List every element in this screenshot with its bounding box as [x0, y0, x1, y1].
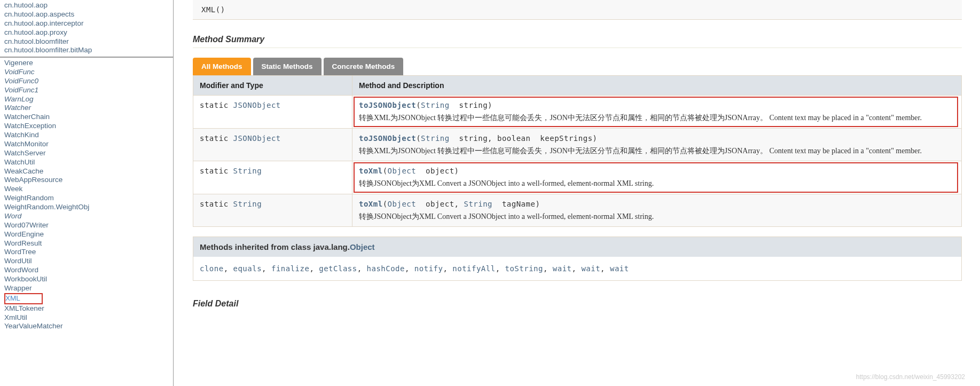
method-cell: toJSONObject(String string)转换XML为JSONObj… [352, 96, 962, 129]
class-link[interactable]: WeakCache [4, 167, 169, 176]
method-tabs: All Methods Static Methods Concrete Meth… [193, 58, 962, 75]
method-name-link[interactable]: toXml [359, 200, 383, 208]
table-row: static JSONObjecttoJSONObject(String str… [193, 96, 962, 129]
field-detail-heading: Field Detail [193, 299, 962, 309]
inherited-method-link[interactable]: getClass [319, 264, 357, 273]
modifier-cell: static JSONObject [193, 96, 352, 129]
class-link[interactable]: WordTree [4, 248, 169, 257]
class-link[interactable]: YearValueMatcher [4, 322, 169, 331]
inherited-object-link[interactable]: Object [350, 242, 375, 251]
inherited-method-link[interactable]: equals [233, 264, 262, 273]
table-row: static StringtoXml(Object object)转换JSONO… [193, 161, 962, 194]
inherited-method-link[interactable]: notifyAll [452, 264, 495, 273]
inherited-methods-box: Methods inherited from class java.lang.O… [193, 237, 962, 281]
method-signature: toXml(Object object) [359, 167, 459, 175]
class-link[interactable]: WordResult [4, 239, 169, 248]
class-link[interactable]: WorkbookUtil [4, 275, 169, 284]
method-cell: toXml(Object object, String tagName)转换JS… [352, 194, 962, 227]
constructor-block: XML() [193, 0, 962, 20]
class-link[interactable]: WordUtil [4, 257, 169, 266]
tab-static-methods[interactable]: Static Methods [253, 58, 322, 75]
class-link[interactable]: XmlUtil [4, 313, 169, 322]
inherited-methods-list: clone, equals, finalize, getClass, hashC… [193, 257, 961, 280]
method-signature: toJSONObject(String string) [359, 101, 492, 109]
package-link[interactable]: cn.hutool.aop [4, 1, 169, 10]
method-signature: toJSONObject(String string, boolean keep… [359, 134, 598, 143]
constructor-signature: XML() [201, 5, 225, 14]
return-type-link[interactable]: String [233, 167, 262, 175]
left-frames: cn.hutool.aopcn.hutool.aop.aspectscn.hut… [0, 0, 174, 386]
class-link[interactable]: WebAppResource [4, 176, 169, 185]
modifier-cell: static String [193, 194, 352, 227]
class-link[interactable]: VoidFunc1 [4, 86, 169, 95]
package-link[interactable]: cn.hutool.bloomfilter.bitMap [4, 46, 169, 55]
return-type-link[interactable]: JSONObject [233, 134, 281, 143]
watermark-text: https://blog.csdn.net/weixin_45993202 [856, 373, 965, 381]
class-link[interactable]: WatchException [4, 122, 169, 131]
method-name-link[interactable]: toJSONObject [359, 134, 416, 143]
inherited-method-link[interactable]: toString [505, 264, 543, 273]
return-type-link[interactable]: JSONObject [233, 101, 281, 109]
class-link[interactable]: WordWord [4, 266, 169, 275]
param-type-link[interactable]: String [421, 134, 450, 143]
class-link[interactable]: Wrapper [4, 284, 169, 293]
param-type-link[interactable]: Object [388, 200, 417, 208]
package-link[interactable]: cn.hutool.aop.aspects [4, 10, 169, 19]
class-link[interactable]: WarnLog [4, 95, 169, 104]
class-link[interactable]: Week [4, 185, 169, 194]
return-type-link[interactable]: String [233, 200, 262, 208]
package-list-frame[interactable]: cn.hutool.aopcn.hutool.aop.aspectscn.hut… [0, 0, 173, 58]
main-content[interactable]: XML() Method Summary All Methods Static … [174, 0, 980, 386]
method-name-link[interactable]: toXml [359, 167, 383, 175]
class-link[interactable]: VoidFunc0 [4, 77, 169, 86]
class-link[interactable]: Vigenere [4, 59, 169, 68]
class-list-frame[interactable]: VigenereVoidFuncVoidFunc0VoidFunc1WarnLo… [0, 58, 173, 386]
method-description: 转换XML为JSONObject 转换过程中一些信息可能会丢失，JSON中无法区… [359, 146, 955, 156]
param-type-link[interactable]: String [464, 200, 492, 208]
class-link[interactable]: WordEngine [4, 230, 169, 239]
inherited-method-link[interactable]: finalize [271, 264, 309, 273]
class-link[interactable]: WatchUtil [4, 158, 169, 167]
inherited-method-link[interactable]: clone [200, 264, 224, 273]
method-cell: toXml(Object object)转换JSONObject为XML Con… [352, 161, 962, 194]
modifier-cell: static JSONObject [193, 128, 352, 161]
modifier-cell: static String [193, 161, 352, 194]
class-link[interactable]: XML [4, 293, 43, 304]
tab-concrete-methods[interactable]: Concrete Methods [324, 58, 404, 75]
method-description: 转换JSONObject为XML Convert a JSONObject in… [359, 211, 955, 222]
method-description: 转换JSONObject为XML Convert a JSONObject in… [359, 178, 955, 189]
class-link[interactable]: WatchKind [4, 131, 169, 140]
class-link[interactable]: WeightRandom.WeightObj [4, 203, 169, 212]
class-link[interactable]: WatchServer [4, 149, 169, 158]
class-link[interactable]: VoidFunc [4, 68, 169, 77]
inherited-method-link[interactable]: wait [553, 264, 572, 273]
inherited-method-link[interactable]: wait [581, 264, 600, 273]
method-signature: toXml(Object object, String tagName) [359, 200, 540, 208]
inherited-method-link[interactable]: hashCode [367, 264, 405, 273]
class-link[interactable]: Word [4, 212, 169, 221]
tab-all-methods[interactable]: All Methods [193, 58, 251, 75]
table-row: static JSONObjecttoJSONObject(String str… [193, 128, 962, 161]
class-link[interactable]: Watcher [4, 104, 169, 113]
col-modifier: Modifier and Type [193, 76, 352, 96]
package-link[interactable]: cn.hutool.aop.proxy [4, 28, 169, 37]
class-link[interactable]: WatchMonitor [4, 140, 169, 149]
package-link[interactable]: cn.hutool.aop.interceptor [4, 19, 169, 28]
method-description: 转换XML为JSONObject 转换过程中一些信息可能会丢失，JSON中无法区… [359, 113, 955, 123]
col-method: Method and Description [352, 76, 962, 96]
method-summary-table: Modifier and Type Method and Description… [193, 75, 962, 227]
class-link[interactable]: Word07Writer [4, 221, 169, 230]
param-type-link[interactable]: Object [388, 167, 417, 175]
class-link[interactable]: WatcherChain [4, 113, 169, 122]
method-summary-heading: Method Summary [193, 35, 962, 48]
method-name-link[interactable]: toJSONObject [359, 101, 416, 109]
class-link[interactable]: WeightRandom [4, 194, 169, 203]
inherited-method-link[interactable]: wait [610, 264, 629, 273]
inherited-method-link[interactable]: notify [414, 264, 443, 273]
method-cell: toJSONObject(String string, boolean keep… [352, 128, 962, 161]
package-link[interactable]: cn.hutool.bloomfilter [4, 37, 169, 46]
class-link[interactable]: XMLTokener [4, 304, 169, 313]
inherited-methods-title: Methods inherited from class java.lang.O… [193, 237, 961, 257]
param-type-link[interactable]: String [421, 101, 450, 109]
table-row: static StringtoXml(Object object, String… [193, 194, 962, 227]
